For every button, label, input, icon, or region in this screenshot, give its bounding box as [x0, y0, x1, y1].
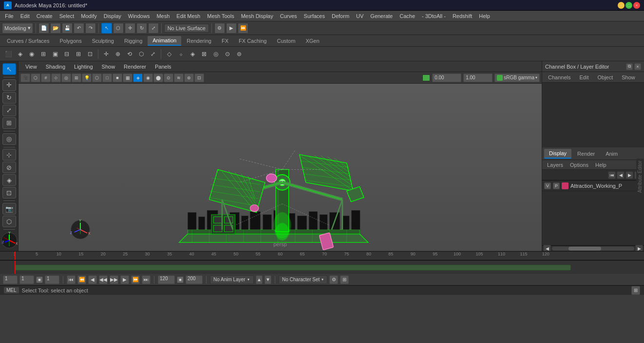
vp-ao-btn[interactable]: ⊙ — [164, 73, 173, 82]
move-tool-button[interactable]: ✛ — [125, 23, 135, 34]
anim5-btn[interactable]: ◎ — [210, 49, 221, 59]
render-button[interactable]: ▶ — [226, 23, 237, 34]
vp-shadow-btn[interactable]: ⬤ — [153, 73, 163, 82]
key3-icon-btn[interactable]: ◉ — [26, 49, 37, 59]
menu-3dtall[interactable]: - 3DtoAll - — [419, 12, 449, 20]
options-menu-item[interactable]: Options — [567, 161, 591, 169]
anim3-btn[interactable]: ◈ — [187, 49, 198, 59]
tab-fx-caching[interactable]: FX Caching — [234, 36, 271, 45]
start-frame-input[interactable]: 1 — [19, 275, 34, 284]
attribute-editor-label[interactable]: Attribute Editor — [636, 159, 644, 195]
key4-icon-btn[interactable]: ⊞ — [38, 49, 49, 59]
end-frame-display[interactable]: 120 — [158, 275, 175, 284]
maximize-button[interactable]: □ — [625, 2, 632, 9]
snap-point-button[interactable]: ◈ — [2, 174, 16, 186]
help-menu-item[interactable]: Help — [592, 161, 609, 169]
cb-tab-edit[interactable]: Edit — [575, 73, 592, 81]
anim7-btn[interactable]: ⊚ — [234, 49, 245, 59]
tab-xgen[interactable]: XGen — [301, 36, 324, 45]
menu-edit-mesh[interactable]: Edit Mesh — [173, 12, 203, 20]
vp-menu-panels[interactable]: Panels — [151, 63, 175, 71]
vp-menu-shading[interactable]: Shading — [42, 63, 69, 71]
scroll-left-button[interactable]: ◀ — [543, 245, 551, 252]
mel-badge[interactable]: MEL — [4, 287, 19, 293]
menu-display[interactable]: Display — [101, 12, 124, 20]
key-icon-btn[interactable]: ⬛ — [3, 49, 14, 59]
key8-icon-btn[interactable]: ⊡ — [85, 49, 95, 59]
transform2-btn[interactable]: ⊕ — [113, 49, 123, 59]
menu-generate[interactable]: Generate — [367, 12, 396, 20]
vp-motion-blur-btn[interactable]: ≋ — [174, 73, 184, 82]
play-back-button[interactable]: ◀◀ — [99, 275, 108, 284]
anim-prefs-button[interactable]: ⚙ — [329, 275, 338, 284]
coord-x-field[interactable]: 0.00 — [432, 73, 461, 82]
menu-deform[interactable]: Deform — [329, 12, 352, 20]
transform1-btn[interactable]: ✛ — [101, 49, 112, 59]
render-region-button[interactable]: ⬡ — [2, 216, 16, 227]
layer-tab-display[interactable]: Display — [544, 149, 571, 159]
select-arrow-button[interactable]: ↖ — [2, 63, 16, 75]
menu-help[interactable]: Help — [476, 12, 493, 20]
menu-curves[interactable]: Curves — [277, 12, 300, 20]
close-button[interactable]: × — [633, 2, 640, 9]
scrollbar-track[interactable] — [552, 247, 634, 251]
menu-modify[interactable]: Modify — [78, 12, 99, 20]
scale-tool-button[interactable]: ⤢ — [148, 23, 159, 34]
tab-polygons[interactable]: Polygons — [55, 36, 86, 45]
timeline-ruler[interactable]: 1 5 10 15 20 25 30 35 40 45 50 55 60 65 … — [0, 252, 644, 260]
color-space-dropdown[interactable]: sRGB gamma ▾ — [494, 73, 540, 82]
timeline-area[interactable]: 1 5 10 15 20 25 30 35 40 45 50 55 60 65 … — [0, 251, 644, 273]
step-back-button[interactable]: ⏪ — [77, 275, 86, 284]
key6-icon-btn[interactable]: ⊟ — [61, 49, 72, 59]
vp-menu-lighting[interactable]: Lighting — [70, 63, 97, 71]
menu-uv[interactable]: UV — [353, 12, 366, 20]
cb-tab-object[interactable]: Object — [593, 73, 617, 81]
vp-solid-btn[interactable]: ■ — [113, 73, 122, 82]
timeline-scrub-area[interactable] — [0, 260, 644, 274]
vp-texture-btn[interactable]: ▦ — [123, 73, 133, 82]
tab-rigging[interactable]: Rigging — [119, 36, 147, 45]
vp-wire-btn[interactable]: □ — [102, 73, 112, 82]
menu-file[interactable]: File — [2, 12, 17, 20]
vp-menu-show[interactable]: Show — [98, 63, 119, 71]
layer-playback-button[interactable]: P — [553, 182, 560, 189]
range-end-input[interactable]: 200 — [186, 275, 203, 284]
no-char-set-dropdown[interactable]: No Character Set ▾ — [279, 275, 327, 284]
current-frame-input[interactable]: 1 — [3, 275, 18, 284]
value-input[interactable]: 1 — [45, 275, 59, 284]
vp-hud-btn[interactable]: ⊡ — [194, 73, 204, 82]
go-start-button[interactable]: ⏮ — [67, 275, 76, 284]
anim2-btn[interactable]: ⬦ — [175, 49, 186, 59]
vp-persp-btn[interactable]: ⬡ — [31, 73, 40, 82]
menu-mesh[interactable]: Mesh — [153, 12, 172, 20]
menu-surfaces[interactable]: Surfaces — [301, 12, 328, 20]
menu-create[interactable]: Create — [34, 12, 56, 20]
layer-nav-next[interactable]: ▶ — [625, 171, 633, 179]
timeline-playhead[interactable] — [15, 252, 16, 260]
menu-select[interactable]: Select — [57, 12, 77, 20]
key5-icon-btn[interactable]: ▣ — [50, 49, 60, 59]
vp-isolate-btn[interactable]: ◎ — [61, 73, 71, 82]
anim6-btn[interactable]: ⊙ — [222, 49, 233, 59]
move-tool-button[interactable]: ✛ — [2, 79, 16, 91]
mode-dropdown[interactable]: Modeling ▾ — [2, 23, 33, 34]
cb-tab-channels[interactable]: Channels — [544, 73, 574, 81]
transform5-btn[interactable]: ⤢ — [148, 49, 158, 59]
universal-manipulator-button[interactable]: ⊞ — [2, 117, 16, 129]
tab-sculpting[interactable]: Sculpting — [87, 36, 119, 45]
tab-custom[interactable]: Custom — [272, 36, 301, 45]
anim-extra-button[interactable]: ⊞ — [340, 275, 349, 284]
tab-fx[interactable]: FX — [217, 36, 233, 45]
menu-mesh-display[interactable]: Mesh Display — [238, 12, 276, 20]
step-forward-button[interactable]: ⏩ — [131, 275, 140, 284]
menu-redshift[interactable]: Redshift — [450, 12, 475, 20]
key2-icon-btn[interactable]: ◈ — [15, 49, 25, 59]
camera-tool-button[interactable]: 📷 — [2, 203, 16, 215]
open-file-button[interactable]: 📂 — [50, 23, 61, 34]
anim-layer-up[interactable]: ▲ — [256, 275, 263, 284]
cb-tab-show[interactable]: Show — [618, 73, 639, 81]
menu-edit[interactable]: Edit — [18, 12, 33, 20]
layer-nav-start[interactable]: ⏮ — [608, 171, 616, 179]
lasso-select-button[interactable]: ⬡ — [113, 23, 124, 34]
play-forward-button[interactable]: ▶▶ — [110, 275, 118, 284]
